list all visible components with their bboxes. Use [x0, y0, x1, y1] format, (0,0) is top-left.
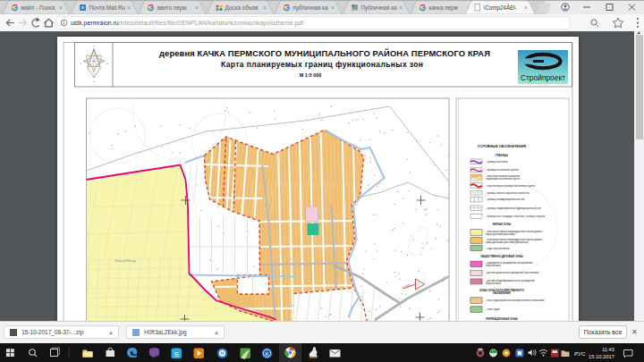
- svg-text:Карта планируемых границ функц: Карта планируемых границ функциональных …: [221, 60, 423, 69]
- svg-text:- зоны садов: - зоны садов: [486, 308, 500, 311]
- svg-text:- границы населенных пунктов: - границы населенных пунктов: [486, 169, 519, 172]
- svg-text:ЖИЛЫЕ ЗОНЫ: ЖИЛЫЕ ЗОНЫ: [492, 223, 512, 226]
- svg-text:15.10.2017: 15.10.2017: [589, 354, 614, 359]
- svg-text:ГРАНИЦЫ: ГРАНИЦЫ: [496, 154, 508, 157]
- svg-text:(перспективы): (перспективы): [486, 282, 501, 285]
- svg-text:приусадебными участками (резер: приусадебными участками (резервные): [486, 240, 529, 244]
- svg-text:- детских дошкольных учреждени: - детских дошкольных учреждений (перспек…: [486, 271, 539, 274]
- svg-text:- границы полифункциональных з: - границы полифункциональных зон: [486, 198, 525, 201]
- svg-text:майл - Поиск: майл - Поиск: [21, 4, 55, 11]
- svg-text:(перспективы): (перспективы): [486, 264, 501, 267]
- svg-text:Красный Восход: Красный Восход: [115, 259, 136, 263]
- svg-text:М 1:5 000: М 1:5 000: [300, 72, 321, 78]
- svg-text:УСЛОВНЫЕ ОБОЗНАЧЕНИЯ: УСЛОВНЫЕ ОБОЗНАЧЕНИЯ: [478, 144, 527, 148]
- svg-text:S: S: [174, 350, 179, 358]
- svg-text:- перспективные границы населе: - перспективные границы населенного пунк…: [486, 185, 536, 188]
- svg-text:Стройпроект: Стройпроект: [521, 73, 565, 83]
- svg-text:Почта Mail.Ru: Почта Mail.Ru: [89, 4, 126, 11]
- svg-text:- зоны территорий сельскохозяй: - зоны территорий сельскохозяйственного …: [486, 299, 545, 302]
- svg-text:РУС: РУС: [574, 350, 586, 357]
- svg-text:ОБЩЕСТВЕННО-ДЕЛОВЫЕ ЗОНЫ: ОБЩЕСТВЕННО-ДЕЛОВЫЕ ЗОНЫ: [480, 255, 523, 258]
- svg-text:×: ×: [195, 4, 199, 11]
- svg-text:M: M: [220, 350, 224, 356]
- svg-text:ustk.permraion.ru/sites/defaul: ustk.permraion.ru/sites/default/files/fi…: [71, 20, 303, 27]
- svg-text:Доска объяв: Доска объяв: [225, 4, 258, 12]
- svg-text:Публичная ка: Публичная ка: [361, 4, 398, 12]
- svg-text:- границы территориальных (фун: - границы территориальных (функциональны…: [486, 206, 541, 210]
- svg-text:×: ×: [331, 4, 335, 11]
- svg-text:качка перм: качка перм: [429, 4, 458, 12]
- svg-text:\Comp24ÂÐ\: \Comp24ÂÐ\: [484, 4, 516, 12]
- svg-text:деревня КАЧКА ПЕРМСКОГО МУНИЦИ: деревня КАЧКА ПЕРМСКОГО МУНИЦИПАЛЬНОГО Р…: [159, 48, 490, 58]
- svg-text:НАЗНАЧЕНИЯ: НАЗНАЧЕНИЯ: [493, 291, 511, 295]
- svg-text:K: K: [265, 351, 268, 357]
- svg-text:авито перм: авито перм: [157, 4, 187, 12]
- svg-text:×: ×: [524, 4, 528, 11]
- svg-text:территории населенного пункта: территории населенного пункта: [486, 178, 521, 181]
- svg-text:×: ×: [59, 4, 63, 11]
- svg-text:приусадебными участками: приусадебными участками: [486, 232, 515, 236]
- svg-text:- граница поселения: - граница поселения: [486, 161, 508, 164]
- svg-text:- граница личного подсобного х: - граница личного подсобного хозяйства: [486, 191, 530, 195]
- svg-text:- границы зон, площадок, объек: - границы зон, площадок, объектов с особ…: [486, 215, 545, 218]
- svg-text:- сады перспективные: - сады перспективные: [486, 248, 510, 250]
- svg-text:публичная ка: публичная ка: [293, 4, 328, 12]
- svg-text:11:43: 11:43: [602, 347, 614, 352]
- svg-text:×: ×: [399, 4, 402, 11]
- svg-text:×: ×: [127, 4, 131, 11]
- svg-text:С: С: [93, 45, 95, 47]
- svg-text:×: ×: [263, 4, 267, 11]
